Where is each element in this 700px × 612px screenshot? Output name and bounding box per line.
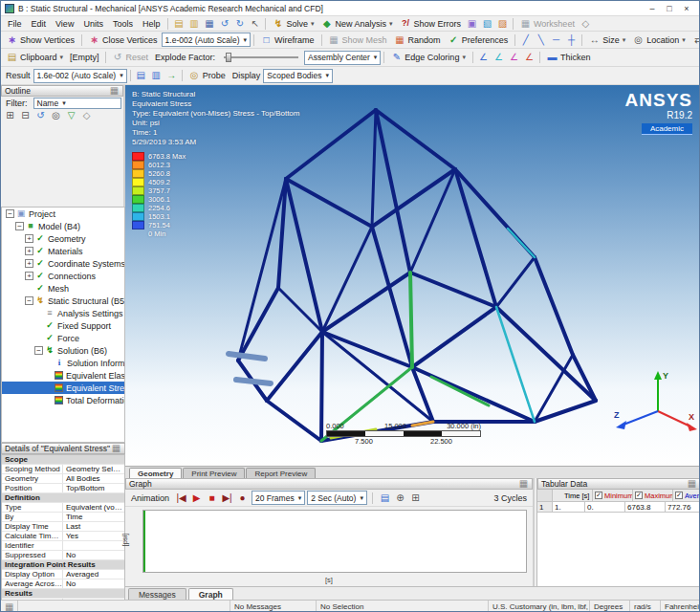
tree-item-solution-information[interactable]: Solution Information (2, 357, 124, 369)
duration-select[interactable]: 2 Sec (Auto) (307, 491, 367, 505)
status-units[interactable]: U.S. Customary (in, lbm, lbf, s, V, A) (489, 601, 590, 612)
explode-factor-slider[interactable] (224, 56, 298, 58)
status-messages[interactable]: No Messages (230, 601, 317, 612)
outline-pin-icon[interactable] (109, 86, 120, 96)
open-icon[interactable]: ▥ (186, 17, 201, 31)
location-button[interactable]: Location (629, 33, 689, 47)
column-checkbox[interactable] (595, 492, 602, 499)
contour-bands-icon[interactable]: ▤ (134, 69, 148, 82)
menu-view[interactable]: View (51, 19, 78, 29)
edge-straight-icon[interactable]: ─ (549, 33, 563, 47)
filter-tree-icon[interactable]: ▽ (64, 109, 78, 122)
clipboard-button[interactable]: Clipboard (3, 51, 67, 65)
tree-item-model[interactable]: Model (B4) (2, 220, 124, 232)
preferences-button[interactable]: Preferences (445, 33, 513, 47)
tree-item-total-deformation[interactable]: Total Deformation (2, 394, 124, 406)
close-button[interactable]: × (678, 4, 695, 13)
thicken-button[interactable]: Thicken (543, 51, 595, 65)
tab-graph-bottom[interactable]: Graph (188, 588, 233, 600)
show-mesh-button[interactable]: Show Mesh (325, 33, 391, 47)
close-vertices-button[interactable]: Close Vertices (85, 33, 162, 47)
tree-expander[interactable] (25, 272, 33, 280)
new-analysis-button[interactable]: New Analysis (317, 16, 396, 31)
graphics-viewport[interactable]: B: Static StructuralEquivalent StressTyp… (125, 85, 700, 466)
tree-item-fixed-support[interactable]: Fixed Support (2, 319, 124, 332)
chart-icon[interactable]: ▧ (480, 17, 494, 31)
minimize-button[interactable]: – (644, 4, 661, 13)
details-row[interactable]: Calculate Time History Yes (2, 532, 124, 541)
interference-icon[interactable]: ▣ (465, 17, 479, 31)
details-pin-icon[interactable] (111, 444, 121, 453)
random-colors-button[interactable]: Random (391, 33, 445, 47)
maximum-cell[interactable]: 6763.8 (625, 502, 666, 513)
tab-report-preview[interactable]: Report Preview (246, 468, 316, 478)
vector-display-icon[interactable]: → (164, 69, 179, 82)
tree-item-equivalent-elastic-strain[interactable]: Equivalent Elastic Strain (2, 369, 124, 382)
convert-button[interactable]: Convert (689, 33, 700, 47)
tabular-column-header[interactable]: Minimum [psi] (593, 490, 633, 502)
tree-expander[interactable] (25, 247, 33, 255)
tree-item-equivalent-stress[interactable]: Equivalent Stress (2, 382, 124, 394)
result-scale-select[interactable]: 1.6e-002 (Auto Scale) (33, 69, 127, 83)
time-cell[interactable]: 1. (553, 502, 585, 513)
tree-item-analysis-settings[interactable]: Analysis Settings (2, 307, 124, 319)
save-icon[interactable]: ▦ (202, 17, 216, 31)
show-vertices-button[interactable]: Show Vertices (3, 33, 78, 47)
select-icon[interactable]: ↖ (248, 17, 262, 31)
menu-units[interactable]: Units (78, 19, 108, 29)
redo-icon[interactable]: ↻ (232, 17, 247, 31)
contour-isolines-icon[interactable]: ▥ (149, 69, 164, 82)
details-row[interactable]: Definition (2, 493, 124, 503)
menu-edit[interactable]: Edit (27, 19, 52, 29)
status-angular-rate-unit[interactable]: rad/s (630, 601, 661, 612)
average-cell[interactable]: 772.76 (666, 502, 700, 513)
maximize-button[interactable]: □ (661, 4, 678, 13)
column-checkbox[interactable] (555, 492, 562, 499)
details-row[interactable]: Type Equivalent (von-Mises) Stress (2, 503, 124, 513)
tree-item-materials[interactable]: Materials (2, 245, 124, 257)
wireframe-button[interactable]: Wireframe (257, 33, 318, 47)
vertex-scale-select[interactable]: 1.e-002 (Auto Scale) (162, 33, 251, 47)
reset-explode-button[interactable]: Reset (109, 51, 153, 65)
details-row[interactable]: Position Top/Bottom (2, 484, 124, 493)
details-row[interactable]: Identifier (2, 541, 124, 551)
details-row[interactable]: Suppressed No (2, 551, 124, 560)
edge-direction-icon[interactable]: ╱ (518, 33, 533, 47)
graph-pin-icon[interactable] (518, 479, 529, 489)
filter-select[interactable]: Name (33, 98, 122, 109)
size-button[interactable]: Size (585, 33, 629, 47)
column-checkbox[interactable] (675, 492, 683, 499)
frames-select[interactable]: 20 Frames (252, 491, 305, 505)
record-animation-icon[interactable]: ● (235, 492, 250, 505)
menu-tools[interactable]: Tools (108, 19, 138, 29)
chart-fit-icon[interactable]: ⊞ (408, 492, 423, 505)
worksheet-button[interactable]: Worksheet (516, 16, 579, 31)
minimum-cell[interactable]: 0. (585, 502, 625, 513)
assembly-center-select[interactable]: Assembly Center (304, 51, 381, 65)
edge-angle-red-icon[interactable]: ∠ (522, 51, 536, 64)
tabular-column-header[interactable]: Average [psi] (673, 490, 700, 502)
new-file-icon[interactable]: ▤ (171, 17, 186, 31)
tabular-column-header[interactable]: Time [s] (553, 490, 593, 502)
details-row[interactable]: Geometry All Bodies (2, 474, 124, 484)
solve-button[interactable]: Solve (269, 16, 317, 31)
status-temperature-unit[interactable]: Fahrenheit (661, 601, 700, 612)
tree-expander[interactable] (25, 259, 33, 268)
show-errors-button[interactable]: Show Errors (397, 16, 466, 31)
chart-zoom-icon[interactable]: ⊕ (393, 492, 407, 505)
export-video-icon[interactable]: ▤ (378, 492, 392, 505)
search-tree-icon[interactable]: ◎ (49, 109, 63, 122)
edge-angle-magenta-icon[interactable]: ∠ (507, 51, 521, 64)
tree-item-static-structural[interactable]: Static Structural (B5) (2, 295, 124, 307)
edge-angle-cyan-icon[interactable]: ∠ (492, 51, 506, 64)
step-last-icon[interactable]: ▶| (220, 492, 234, 505)
image-capture-icon[interactable]: ▨ (495, 17, 510, 31)
details-row[interactable]: Integration Point Results (2, 560, 124, 570)
details-row[interactable]: Display Option Averaged (2, 570, 124, 579)
tab-print-preview[interactable]: Print Preview (183, 468, 245, 478)
tab-messages[interactable]: Messages (128, 588, 186, 600)
slider-thumb[interactable] (226, 53, 231, 62)
step-first-icon[interactable]: |◀ (174, 492, 188, 505)
tree-item-force[interactable]: Force (2, 332, 124, 344)
tree-expander[interactable] (15, 222, 24, 230)
